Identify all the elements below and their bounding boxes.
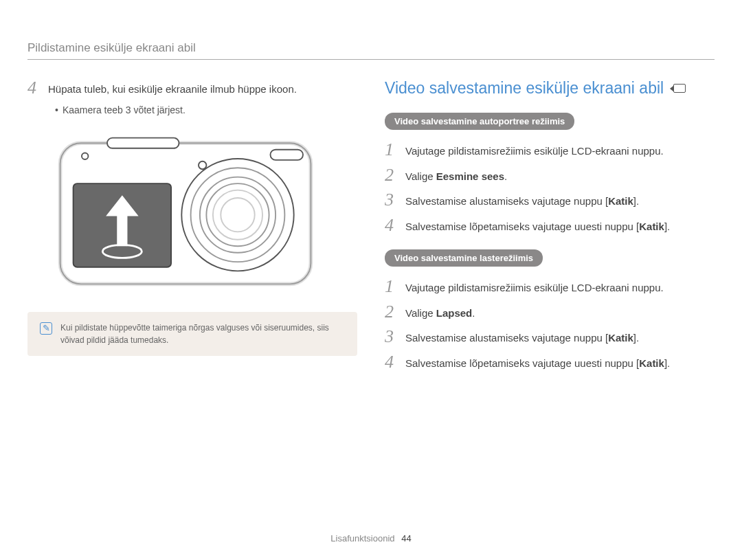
bullet-dot: • bbox=[55, 104, 58, 115]
page-number: 44 bbox=[401, 533, 411, 544]
step-text: Salvestamise lõpetamiseks vajutage uuest… bbox=[405, 216, 670, 235]
step-number: 3 bbox=[385, 328, 397, 346]
left-step-4: 4 Hüpata tuleb, kui esikülje ekraanile i… bbox=[27, 79, 357, 98]
pill-section-b: Video salvestamine lasterežiimis bbox=[385, 249, 543, 267]
svg-point-6 bbox=[181, 159, 293, 271]
footer-label: Lisafunktsioonid bbox=[330, 533, 394, 544]
step-text: Valige Eesmine sees. bbox=[405, 166, 507, 185]
step-text: Salvestamise lõpetamiseks vajutage uuest… bbox=[405, 353, 670, 372]
right-title: Video salvestamine esikülje ekraani abil bbox=[385, 79, 715, 98]
a-step-1: 1 Vajutage pildistamisrežiimis esikülje … bbox=[385, 141, 715, 159]
page-header: Pildistamine esikülje ekraani abil bbox=[27, 41, 715, 60]
b-step-1: 1 Vajutage pildistamisrežiimis esikülje … bbox=[385, 278, 715, 296]
b-step-3: 3 Salvestamise alustamiseks vajutage nup… bbox=[385, 328, 715, 346]
step-number: 1 bbox=[385, 141, 397, 159]
note-box: ✎ Kui pildistate hüppevõtte taimeriga nõ… bbox=[27, 312, 357, 356]
step-text: Vajutage pildistamisrežiimis esikülje LC… bbox=[405, 278, 664, 296]
step-number: 3 bbox=[385, 191, 397, 209]
b-step-2: 2 Valige Lapsed. bbox=[385, 303, 715, 322]
video-mode-icon bbox=[673, 84, 686, 93]
note-icon: ✎ bbox=[40, 322, 52, 335]
svg-rect-2 bbox=[107, 137, 179, 148]
bullet-text: Kaamera teeb 3 võtet järjest. bbox=[63, 104, 186, 115]
right-title-text: Video salvestamine esikülje ekraani abil bbox=[385, 79, 664, 98]
left-bullet: •Kaamera teeb 3 võtet järjest. bbox=[55, 104, 357, 115]
step-text: Salvestamise alustamiseks vajutage nuppu… bbox=[405, 191, 639, 210]
svg-rect-14 bbox=[117, 212, 127, 245]
a-step-3: 3 Salvestamise alustamiseks vajutage nup… bbox=[385, 191, 715, 210]
step-text: Vajutage pildistamisrežiimis esikülje LC… bbox=[405, 141, 664, 159]
step-text: Hüpata tuleb, kui esikülje ekraanile ilm… bbox=[48, 79, 297, 98]
step-number: 2 bbox=[385, 166, 397, 184]
step-number: 1 bbox=[385, 278, 397, 295]
columns: 4 Hüpata tuleb, kui esikülje ekraanile i… bbox=[27, 79, 715, 378]
step-text: Salvestamise alustamiseks vajutage nuppu… bbox=[405, 328, 639, 346]
step-number: 4 bbox=[385, 216, 397, 234]
a-step-4: 4 Salvestamise lõpetamiseks vajutage uue… bbox=[385, 216, 715, 235]
note-text: Kui pildistate hüppevõtte taimeriga nõrg… bbox=[60, 322, 345, 346]
step-number: 2 bbox=[385, 303, 397, 321]
pill-section-a: Video salvestamine autoportree režiimis bbox=[385, 113, 574, 130]
camera-illustration bbox=[55, 132, 316, 290]
step-text: Valige Lapsed. bbox=[405, 303, 475, 322]
left-column: 4 Hüpata tuleb, kui esikülje ekraanile i… bbox=[27, 79, 357, 378]
step-number: 4 bbox=[385, 353, 397, 371]
page-footer: Lisafunktsioonid 44 bbox=[330, 533, 411, 544]
a-step-2: 2 Valige Eesmine sees. bbox=[385, 166, 715, 185]
step-number: 4 bbox=[27, 79, 40, 97]
b-step-4: 4 Salvestamise lõpetamiseks vajutage uue… bbox=[385, 353, 715, 372]
right-column: Video salvestamine esikülje ekraani abil… bbox=[385, 79, 715, 378]
